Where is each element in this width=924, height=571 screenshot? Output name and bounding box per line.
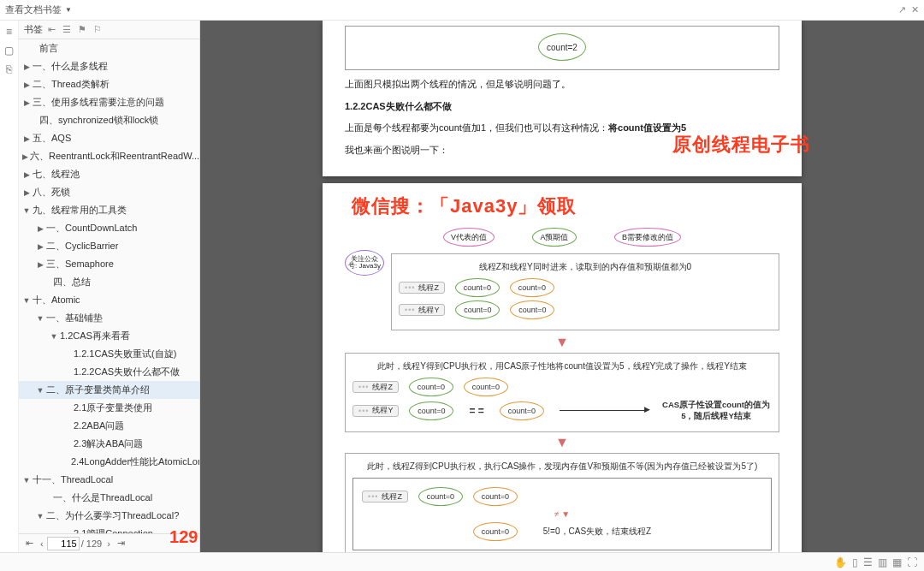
- close-icon[interactable]: ✕: [911, 4, 919, 15]
- bookmark-label: 九、线程常用的工具类: [33, 204, 127, 217]
- page-first[interactable]: ⇤: [22, 538, 37, 549]
- bookmark-node[interactable]: ▶1.2.1CAS失败重试(自旋): [19, 345, 199, 363]
- bookmark-node[interactable]: ▶2.3解决ABA问题: [19, 435, 199, 453]
- bm-del-icon[interactable]: ⚐: [93, 24, 102, 35]
- bookmark-label: 五、AQS: [33, 132, 71, 145]
- sb-cont-icon[interactable]: ☰: [863, 556, 873, 568]
- collapse-icon[interactable]: ▼: [50, 332, 58, 341]
- expand-icon[interactable]: ▶: [22, 80, 31, 89]
- page-last[interactable]: ⇥: [114, 538, 128, 549]
- para: 上面图只模拟出两个线程的情况，但足够说明问题了。: [345, 77, 779, 92]
- bookmark-label: 2.4LongAdder性能比AtomicLon...: [71, 455, 199, 468]
- chevron-down-icon: ▼: [65, 6, 72, 14]
- spacer-icon: ▶: [43, 278, 51, 287]
- bookmark-label: 二、原子变量类简单介绍: [46, 384, 150, 396]
- legend-a: A预期值: [532, 228, 577, 247]
- expand-icon[interactable]: ▶: [22, 98, 31, 107]
- expand-icon[interactable]: ▶: [36, 242, 44, 251]
- bookmark-label: 2.2ABA问题: [74, 419, 124, 432]
- bookmark-label: 十一、ThreadLocal: [33, 473, 113, 486]
- collapse-icon[interactable]: ▼: [22, 476, 31, 485]
- document-canvas[interactable]: count=2 上面图只模拟出两个线程的情况，但足够说明问题了。 1.2.2CA…: [200, 21, 924, 552]
- bookmark-node[interactable]: ▶一、什么是ThreadLocal: [19, 489, 199, 507]
- bookmark-node[interactable]: ▶一、CountDownLatch: [19, 219, 199, 237]
- bookmark-label: 一、CountDownLatch: [46, 222, 137, 235]
- bookmark-label: 十、Atomic: [33, 294, 80, 306]
- bookmark-sidebar: 书签 ⇤ ☰ ⚑ ⚐ ▶前言▶一、什么是多线程▶二、Thread类解析▶三、使用…: [19, 21, 200, 552]
- bm-add-icon[interactable]: ⚑: [78, 24, 86, 35]
- bookmark-node[interactable]: ▼九、线程常用的工具类: [19, 201, 199, 219]
- collapse-icon[interactable]: ▼: [36, 512, 44, 520]
- collapse-icon[interactable]: ▼: [22, 296, 31, 305]
- bookmark-node[interactable]: ▶一、什么是多线程: [19, 57, 199, 75]
- bookmark-node[interactable]: ▶四、总结: [19, 273, 199, 291]
- expand-icon[interactable]: ▶: [22, 188, 31, 197]
- page-next[interactable]: ›: [104, 538, 114, 549]
- bookmark-node[interactable]: ▶四、synchronized锁和lock锁: [19, 111, 199, 129]
- bookmark-node[interactable]: ▶2.1管理Connection: [19, 525, 199, 533]
- bookmark-label: 四、synchronized锁和lock锁: [39, 114, 158, 127]
- bookmark-node[interactable]: ▶六、ReentrantLock和ReentrantReadW...: [19, 147, 199, 165]
- collapse-icon[interactable]: ▼: [36, 314, 44, 323]
- bookmark-node[interactable]: ▶三、使用多线程需要注意的问题: [19, 93, 199, 111]
- diagram-note: 5!=0，CAS失败，结束线程Z: [543, 526, 651, 538]
- rail-image-icon[interactable]: ▢: [4, 45, 14, 57]
- collapse-icon[interactable]: ▼: [36, 386, 44, 395]
- bookmark-label: 八、死锁: [33, 186, 70, 199]
- bookmark-label: 二、CyclicBarrier: [46, 240, 118, 253]
- menu-label: 查看文档书签: [5, 3, 62, 16]
- bookmark-label: 二、为什么要学习ThreadLocal?: [46, 509, 179, 522]
- bookmark-label: 前言: [39, 42, 58, 55]
- bookmark-node[interactable]: ▶2.4LongAdder性能比AtomicLon...: [19, 453, 199, 471]
- expand-icon[interactable]: ▶: [22, 134, 31, 143]
- pdf-page: 微信搜：「Java3y」领取 V代表的值 A预期值 B需要修改的值 关注公众号:…: [323, 183, 802, 552]
- bookmark-node[interactable]: ▶三、Semaphore: [19, 255, 199, 273]
- bookmark-node[interactable]: ▶1.2.2CAS失败什么都不做: [19, 363, 199, 381]
- expand-icon[interactable]: ▶: [22, 62, 31, 71]
- sb-full-icon[interactable]: ⛶: [907, 556, 917, 568]
- bookmark-node[interactable]: ▼一、基础铺垫: [19, 309, 199, 327]
- bookmark-node[interactable]: ▶2.2ABA问题: [19, 417, 199, 435]
- bookmark-node[interactable]: ▼十一、ThreadLocal: [19, 471, 199, 489]
- expand-icon[interactable]: ▶: [22, 170, 31, 179]
- bookmark-label: 六、ReentrantLock和ReentrantReadW...: [30, 150, 199, 163]
- bookmark-node[interactable]: ▶前言: [19, 39, 199, 57]
- page-input[interactable]: [47, 537, 80, 550]
- bookmark-label: 一、什么是多线程: [33, 60, 108, 73]
- bm-expand-icon[interactable]: ⇤: [48, 24, 56, 35]
- bookmark-node[interactable]: ▶七、线程池: [19, 165, 199, 183]
- collapse-icon[interactable]: ▼: [22, 206, 31, 215]
- expand-icon[interactable]: ▶: [22, 152, 28, 161]
- sb-grid-icon[interactable]: ▦: [892, 556, 902, 568]
- sb-facing-icon[interactable]: ▥: [878, 556, 887, 568]
- bookmark-label: 三、Semaphore: [46, 258, 114, 271]
- bookmark-node[interactable]: ▶五、AQS: [19, 129, 199, 147]
- rail-list-icon[interactable]: ≡: [6, 26, 12, 38]
- expand-icon[interactable]: ▶: [36, 224, 44, 233]
- left-rail: ≡ ▢ ⎘: [0, 21, 19, 552]
- diagram-caption: 此时，线程Y得到CPU执行权，用CAS原子性地将count值设置为5，线程Y完成…: [352, 360, 772, 372]
- arrow-down-icon: ▼: [345, 436, 779, 449]
- bookmark-node[interactable]: ▼二、为什么要学习ThreadLocal?: [19, 507, 199, 525]
- sb-hand-icon[interactable]: ✋: [834, 556, 847, 568]
- page-prev[interactable]: ‹: [37, 538, 47, 549]
- expand-icon[interactable]: ▶: [36, 260, 44, 269]
- bookmark-node[interactable]: ▼二、原子变量类简单介绍: [19, 381, 199, 399]
- status-bar: ✋ ▯ ☰ ▥ ▦ ⛶: [0, 552, 924, 571]
- bookmark-node[interactable]: ▶二、CyclicBarrier: [19, 237, 199, 255]
- bookmark-node[interactable]: ▼十、Atomic: [19, 291, 199, 309]
- bookmark-node[interactable]: ▶八、死锁: [19, 183, 199, 201]
- spacer-icon: ▶: [63, 350, 72, 359]
- rail-attach-icon[interactable]: ⎘: [6, 63, 12, 75]
- bookmark-node[interactable]: ▼1.2CAS再来看看: [19, 327, 199, 345]
- popout-icon[interactable]: ↗: [898, 4, 906, 15]
- bookmark-node[interactable]: ▶二、Thread类解析: [19, 75, 199, 93]
- bm-collapse-icon[interactable]: ☰: [62, 24, 71, 35]
- spacer-icon: ▶: [63, 458, 69, 467]
- bookmark-node[interactable]: ▶2.1原子变量类使用: [19, 399, 199, 417]
- view-bookmarks-menu[interactable]: 查看文档书签 ▼: [5, 3, 72, 16]
- bookmark-label: 一、什么是ThreadLocal: [53, 491, 152, 504]
- sb-single-icon[interactable]: ▯: [852, 556, 858, 568]
- legend-b: B需要修改的值: [614, 228, 681, 247]
- bookmark-label: 一、基础铺垫: [46, 312, 103, 324]
